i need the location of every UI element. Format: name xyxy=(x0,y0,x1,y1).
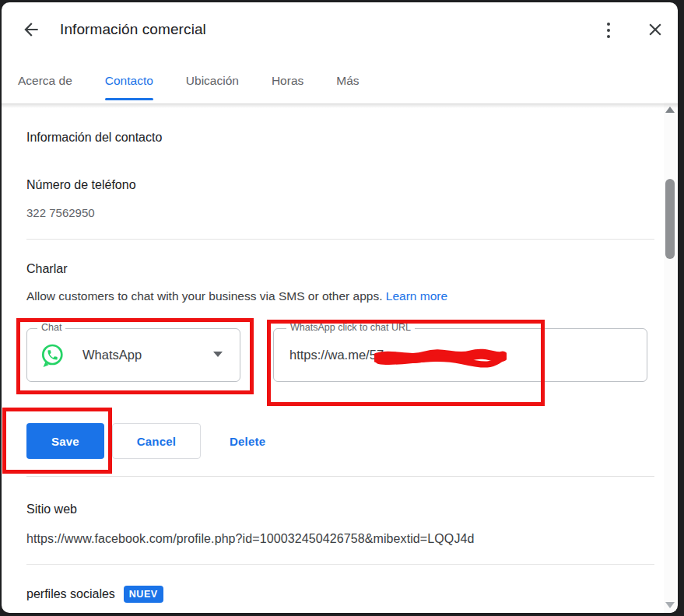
chat-fields-row: Chat WhatsApp Wha xyxy=(26,328,664,382)
section-divider xyxy=(26,564,654,565)
tab-horas[interactable]: Horas xyxy=(272,58,303,103)
whatsapp-url-input[interactable] xyxy=(289,348,624,362)
new-badge: NUEV xyxy=(124,586,163,603)
dialog-content: Información del contacto Número de teléf… xyxy=(2,103,664,613)
tab-acerca-de[interactable]: Acerca de xyxy=(18,58,72,103)
back-button[interactable] xyxy=(20,19,42,41)
whatsapp-url-field: WhatsApp click to chat URL xyxy=(273,328,647,382)
chat-field-label: Chat xyxy=(37,322,65,333)
tab-bar: Acerca de Contacto Ubicación Horas Más xyxy=(2,58,678,103)
chat-section-heading: Charlar xyxy=(26,262,664,276)
close-button[interactable] xyxy=(644,19,666,41)
social-profiles-row: perfiles sociales NUEV xyxy=(26,586,664,603)
chat-section-description: Allow customers to chat with your busine… xyxy=(26,289,664,303)
phone-number-label: Número de teléfono xyxy=(26,178,664,192)
dialog-title: Información comercial xyxy=(60,21,206,38)
kebab-menu-icon xyxy=(607,23,611,39)
chevron-down-icon xyxy=(213,352,223,357)
tab-mas[interactable]: Más xyxy=(336,58,359,103)
dialog-header: Información comercial xyxy=(2,2,678,58)
chat-type-select[interactable]: Chat WhatsApp xyxy=(26,328,240,382)
scrollbar-thumb[interactable] xyxy=(665,179,675,259)
phone-number-value: 322 7562950 xyxy=(26,206,664,219)
contact-info-heading: Información del contacto xyxy=(26,131,664,145)
close-icon xyxy=(645,19,665,42)
whatsapp-icon xyxy=(39,342,65,369)
save-button[interactable]: Save xyxy=(26,423,104,459)
form-buttons-row: Save Cancel Delete xyxy=(26,423,664,459)
website-url: https://www.facebook.com/profile.php?id=… xyxy=(26,532,664,546)
scrollbar-up-arrow[interactable] xyxy=(665,107,675,113)
website-heading: Sitio web xyxy=(26,502,664,516)
tab-contacto[interactable]: Contacto xyxy=(105,58,153,103)
whatsapp-url-label: WhatsApp click to chat URL xyxy=(286,322,415,333)
section-divider xyxy=(26,239,654,240)
scrollbar-down-arrow[interactable] xyxy=(665,602,675,608)
tab-ubicacion[interactable]: Ubicación xyxy=(186,58,239,103)
scrollbar[interactable] xyxy=(664,102,676,613)
learn-more-link[interactable]: Learn more xyxy=(386,289,447,303)
delete-button[interactable]: Delete xyxy=(220,429,275,454)
social-profiles-heading: perfiles sociales xyxy=(26,587,115,601)
business-info-dialog: Información comercial Acerca de Contacto… xyxy=(2,2,678,613)
chat-type-value: WhatsApp xyxy=(82,348,142,362)
chat-description-text: Allow customers to chat with your busine… xyxy=(26,289,382,303)
cancel-button[interactable]: Cancel xyxy=(112,423,201,459)
back-arrow-icon xyxy=(21,19,41,42)
more-options-button[interactable] xyxy=(598,19,619,41)
section-divider xyxy=(26,476,654,477)
screen-background: Información comercial Acerca de Contacto… xyxy=(0,0,684,616)
